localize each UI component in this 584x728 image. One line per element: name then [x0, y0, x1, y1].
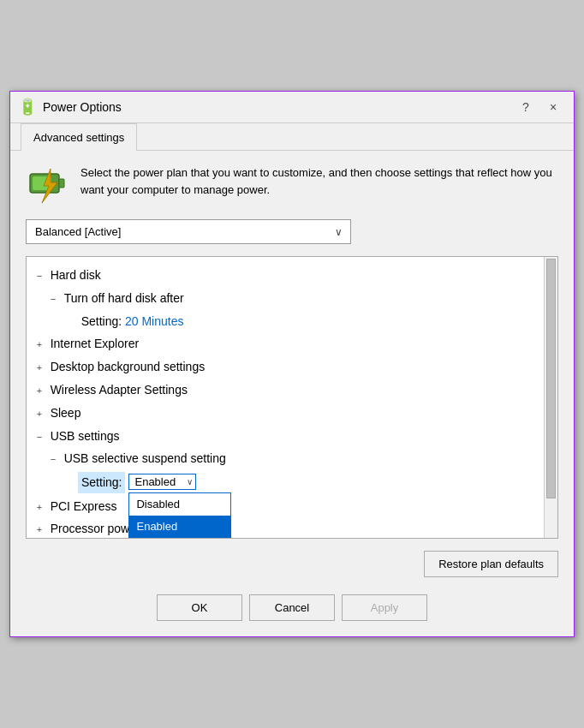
expand-icon-wireless: + [33, 384, 45, 399]
expand-icon-turn-off-hdd: − [47, 292, 59, 307]
tree-label-ie: Internet Explorer [51, 337, 140, 350]
help-button[interactable]: ? [514, 97, 538, 117]
tree-item-sleep[interactable]: + Sleep [30, 402, 540, 425]
settings-tree-container: − Hard disk − Turn off hard disk after S… [26, 256, 558, 539]
title-bar-controls: ? × [514, 97, 565, 117]
expand-icon-sleep: + [33, 407, 45, 422]
expand-icon-ie: + [33, 337, 45, 353]
tree-item-hdd-setting: Setting: 20 Minutes [30, 310, 540, 333]
plan-dropdown-row: Balanced [Active] High performance Power… [26, 219, 558, 244]
tree-label-hdd-setting: Setting: [81, 314, 125, 328]
power-options-dialog: 🔋 Power Options ? × Advanced settings [9, 91, 575, 637]
expand-icon-desktop-bg: + [33, 361, 45, 376]
tree-item-pci-express[interactable]: + PCI Express [30, 495, 540, 518]
tree-label-usb-suspend: USB selective suspend setting [64, 451, 226, 465]
tree-label-desktop-bg: Desktop background settings [51, 360, 206, 373]
usb-dropdown-area: Enabled Disabled ∨ Disabled Enabled [128, 472, 196, 491]
scrollbar[interactable] [544, 257, 557, 538]
restore-defaults-button[interactable]: Restore plan defaults [424, 551, 558, 577]
expand-icon-processor: + [33, 522, 45, 538]
tree-label-usb-settings: USB settings [51, 429, 120, 443]
tree-item-hard-disk[interactable]: − Hard disk [30, 264, 540, 287]
info-text: Select the power plan that you want to c… [80, 164, 558, 198]
tree-item-usb-suspend[interactable]: − USB selective suspend setting [30, 447, 540, 470]
tree-label-hard-disk: Hard disk [51, 268, 101, 282]
dropdown-option-disabled[interactable]: Disabled [129, 493, 230, 516]
tree-item-turn-off-hdd[interactable]: − Turn off hard disk after [30, 287, 540, 310]
restore-row: Restore plan defaults [26, 551, 558, 577]
tree-label-pci-express: PCI Express [51, 499, 117, 513]
tree-item-processor[interactable]: + Processor power management [30, 517, 540, 538]
tab-advanced-settings[interactable]: Advanced settings [21, 123, 137, 151]
info-section: Select the power plan that you want to c… [26, 164, 558, 207]
close-button[interactable]: × [541, 97, 565, 117]
tree-item-usb-setting: Setting: Enabled Disabled ∨ Disabled [30, 470, 540, 494]
plan-dropdown[interactable]: Balanced [Active] High performance Power… [26, 219, 351, 244]
tree-item-desktop-bg[interactable]: + Desktop background settings [30, 355, 540, 379]
expand-icon-usb-suspend: − [47, 452, 59, 468]
expand-icon-usb-settings: − [33, 430, 45, 445]
usb-dropdown-wrapper: Enabled Disabled ∨ [128, 474, 196, 490]
apply-button[interactable]: Apply [342, 594, 427, 621]
tree-item-ie[interactable]: + Internet Explorer [30, 332, 540, 355]
ok-button[interactable]: OK [157, 594, 242, 621]
dialog-body: Select the power plan that you want to c… [10, 151, 574, 591]
scrollbar-track [545, 257, 557, 538]
svg-rect-1 [59, 179, 64, 188]
tree-item-wireless[interactable]: + Wireless Adapter Settings [30, 379, 540, 402]
settings-tree: − Hard disk − Turn off hard disk after S… [27, 257, 544, 538]
usb-setting-dropdown[interactable]: Enabled Disabled [128, 474, 196, 490]
usb-dropdown-popup: Disabled Enabled [128, 492, 231, 538]
expand-icon-pci-express: + [33, 500, 45, 516]
app-icon: 🔋 [19, 98, 36, 116]
dropdown-option-enabled[interactable]: Enabled [129, 516, 230, 538]
action-buttons: OK Cancel Apply [10, 591, 574, 636]
expand-icon-hdd-setting [64, 315, 76, 331]
tree-label-wireless: Wireless Adapter Settings [51, 383, 188, 397]
hdd-setting-value[interactable]: 20 Minutes [125, 314, 183, 328]
tree-label-turn-off-hdd: Turn off hard disk after [64, 291, 184, 305]
power-icon [26, 164, 69, 207]
dialog-title: Power Options [43, 100, 507, 114]
scrollbar-thumb[interactable] [546, 259, 556, 498]
plan-dropdown-wrapper: Balanced [Active] High performance Power… [26, 219, 351, 244]
expand-icon-hard-disk: − [33, 269, 45, 284]
cancel-button[interactable]: Cancel [249, 594, 335, 621]
tree-label-sleep: Sleep [51, 406, 81, 420]
title-bar: 🔋 Power Options ? × [10, 92, 574, 123]
tab-bar: Advanced settings [10, 123, 574, 151]
tree-item-usb-settings[interactable]: − USB settings [30, 425, 540, 448]
usb-setting-label: Setting: [78, 472, 125, 492]
expand-icon-usb-setting [64, 472, 76, 487]
